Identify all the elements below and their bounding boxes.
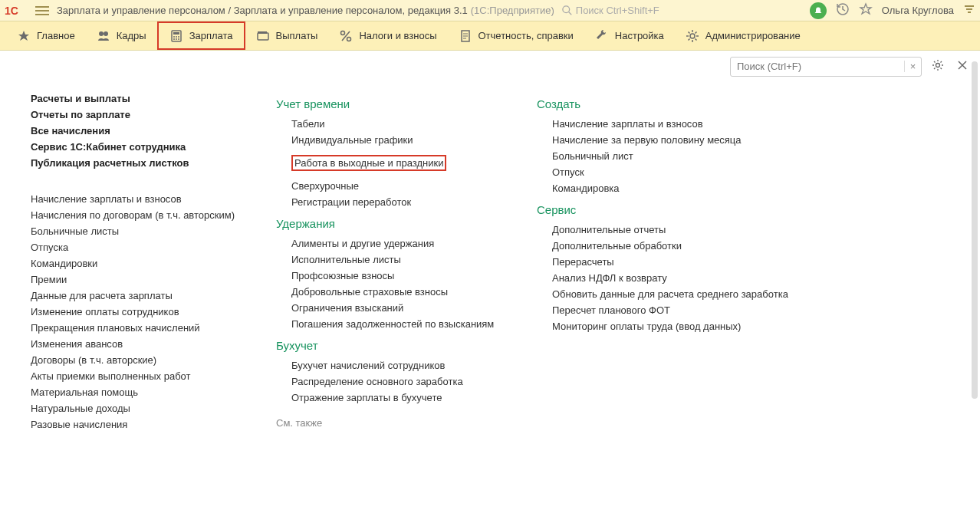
link-item[interactable]: Распределение основного заработка bbox=[291, 376, 529, 387]
link-item[interactable]: Погашения задолженностей по взысканиям bbox=[291, 318, 529, 330]
link-item[interactable]: Пересчет планового ФОТ bbox=[552, 304, 813, 316]
nav-personnel[interactable]: Кадры bbox=[86, 21, 157, 50]
close-icon bbox=[957, 60, 968, 71]
link-item[interactable]: Изменения авансов bbox=[31, 338, 276, 350]
svg-point-16 bbox=[178, 38, 179, 40]
titlebar: 1С Зарплата и управление персоналом / За… bbox=[0, 0, 980, 21]
link-item[interactable]: Дополнительные отчеты bbox=[552, 224, 813, 235]
link-item[interactable]: Регистрации переработок bbox=[291, 196, 529, 208]
link-item[interactable]: Начисления по договорам (в т.ч. авторски… bbox=[31, 209, 276, 221]
global-search[interactable]: Поиск Ctrl+Shift+F bbox=[562, 5, 810, 16]
scrollbar[interactable] bbox=[971, 61, 978, 491]
bold-link[interactable]: Публикация расчетных листков bbox=[31, 157, 276, 169]
see-also: См. также bbox=[276, 417, 529, 429]
link-item-highlighted-wrapper: Работа в выходные и праздники bbox=[291, 155, 446, 171]
link-item[interactable]: Разовые начисления bbox=[31, 419, 276, 430]
link-item[interactable]: Натуральные доходы bbox=[31, 403, 276, 414]
svg-point-27 bbox=[936, 64, 940, 67]
nav-label: Администрирование bbox=[705, 30, 801, 41]
report-icon bbox=[459, 29, 472, 43]
svg-rect-18 bbox=[258, 31, 267, 34]
link-item[interactable]: Больничные листы bbox=[31, 225, 276, 237]
search-input[interactable] bbox=[731, 61, 904, 72]
bold-link[interactable]: Все начисления bbox=[31, 125, 276, 137]
link-item[interactable]: Материальная помощь bbox=[31, 386, 276, 398]
svg-point-15 bbox=[176, 38, 177, 40]
nav-payments[interactable]: Выплаты bbox=[245, 21, 329, 50]
link-item[interactable]: Прекращения плановых начислений bbox=[31, 322, 276, 334]
link-item[interactable]: Дополнительные обработки bbox=[552, 240, 813, 252]
section-title-deductions: Удержания bbox=[276, 217, 529, 230]
top-icons: Ольга Круглова bbox=[810, 2, 975, 19]
svg-point-11 bbox=[173, 36, 175, 38]
link-item[interactable]: Данные для расчета зарплаты bbox=[31, 290, 276, 301]
link-item[interactable]: Ограничения взысканий bbox=[291, 302, 529, 314]
people-icon bbox=[97, 29, 110, 43]
link-item[interactable]: Обновить данные для расчета среднего зар… bbox=[552, 288, 813, 300]
link-item[interactable]: Начисление зарплаты и взносов bbox=[552, 118, 813, 130]
link-item[interactable]: Отражение зарплаты в бухучете bbox=[291, 392, 529, 403]
page-search[interactable]: × bbox=[730, 57, 922, 77]
bold-link[interactable]: Расчеты и выплаты bbox=[31, 93, 276, 104]
column-3: Создать Начисление зарплаты и взносов На… bbox=[537, 88, 813, 523]
nav-label: Главное bbox=[37, 30, 75, 41]
link-work-weekends[interactable]: Работа в выходные и праздники bbox=[291, 155, 446, 171]
settings-button[interactable] bbox=[928, 55, 948, 77]
link-item[interactable]: Сверхурочные bbox=[291, 180, 529, 192]
svg-point-1 bbox=[563, 5, 570, 12]
svg-point-20 bbox=[347, 37, 351, 41]
column-2: Учет времени Табели Индивидуальные графи… bbox=[276, 88, 529, 523]
scroll-thumb[interactable] bbox=[972, 61, 978, 399]
column-1: Расчеты и выплаты Отчеты по зарплате Все… bbox=[31, 88, 276, 523]
link-item[interactable]: Отпуска bbox=[31, 242, 276, 253]
svg-point-26 bbox=[690, 34, 695, 38]
favorite-icon[interactable] bbox=[859, 2, 873, 18]
section-title-service: Сервис bbox=[537, 203, 813, 216]
link-item[interactable]: Исполнительные листы bbox=[291, 254, 529, 265]
link-item[interactable]: Премии bbox=[31, 274, 276, 285]
nav-taxes[interactable]: Налоги и взносы bbox=[328, 21, 447, 50]
link-item[interactable]: Добровольные страховые взносы bbox=[291, 286, 529, 298]
link-item[interactable]: Мониторинг оплаты труда (ввод данных) bbox=[552, 321, 813, 332]
gear-icon bbox=[931, 58, 945, 72]
link-item[interactable]: Начисление за первую половину месяца bbox=[552, 134, 813, 146]
user-name[interactable]: Ольга Круглова bbox=[882, 5, 954, 16]
nav-reports[interactable]: Отчетность, справки bbox=[448, 21, 584, 50]
link-item[interactable]: Командировка bbox=[552, 183, 813, 194]
logo-1c: 1С bbox=[5, 5, 26, 17]
link-item[interactable]: Анализ НДФЛ к возврату bbox=[552, 272, 813, 284]
nav-admin[interactable]: Администрирование bbox=[675, 21, 811, 50]
close-button[interactable] bbox=[954, 57, 971, 76]
history-icon[interactable] bbox=[836, 2, 850, 18]
global-search-placeholder: Поиск Ctrl+Shift+F bbox=[576, 5, 659, 16]
bold-link[interactable]: Сервис 1С:Кабинет сотрудника bbox=[31, 141, 276, 153]
percent-icon bbox=[339, 29, 353, 43]
link-item[interactable]: Командировки bbox=[31, 258, 276, 269]
svg-line-2 bbox=[569, 12, 572, 15]
link-item[interactable]: Изменение оплаты сотрудников bbox=[31, 306, 276, 317]
link-item[interactable]: Больничный лист bbox=[552, 150, 813, 162]
nav-settings[interactable]: Настройка bbox=[584, 21, 675, 50]
section-title-time: Учет времени bbox=[276, 97, 529, 110]
link-item[interactable]: Табели bbox=[291, 118, 529, 130]
nav-main[interactable]: Главное bbox=[6, 21, 86, 50]
link-item[interactable]: Отпуск bbox=[552, 166, 813, 178]
section-title-create[interactable]: Создать bbox=[537, 97, 813, 110]
wrench-icon bbox=[595, 29, 609, 43]
link-item[interactable]: Начисление зарплаты и взносов bbox=[31, 193, 276, 205]
link-item[interactable]: Профсоюзные взносы bbox=[291, 270, 529, 281]
nav-label: Зарплата bbox=[189, 30, 233, 41]
svg-point-14 bbox=[173, 38, 175, 40]
nav-salary[interactable]: Зарплата bbox=[157, 21, 245, 50]
search-clear-button[interactable]: × bbox=[904, 61, 921, 72]
menu-icon[interactable] bbox=[35, 6, 49, 15]
panel-menu-icon[interactable] bbox=[963, 4, 975, 17]
notifications-icon[interactable] bbox=[810, 2, 827, 19]
link-item[interactable]: Перерасчеты bbox=[552, 256, 813, 268]
link-item[interactable]: Алименты и другие удержания bbox=[291, 238, 529, 249]
link-item[interactable]: Индивидуальные графики bbox=[291, 134, 529, 146]
link-item[interactable]: Акты приемки выполненных работ bbox=[31, 370, 276, 382]
link-item[interactable]: Бухучет начислений сотрудников bbox=[291, 360, 529, 371]
bold-link[interactable]: Отчеты по зарплате bbox=[31, 109, 276, 120]
link-item[interactable]: Договоры (в т.ч. авторские) bbox=[31, 354, 276, 366]
